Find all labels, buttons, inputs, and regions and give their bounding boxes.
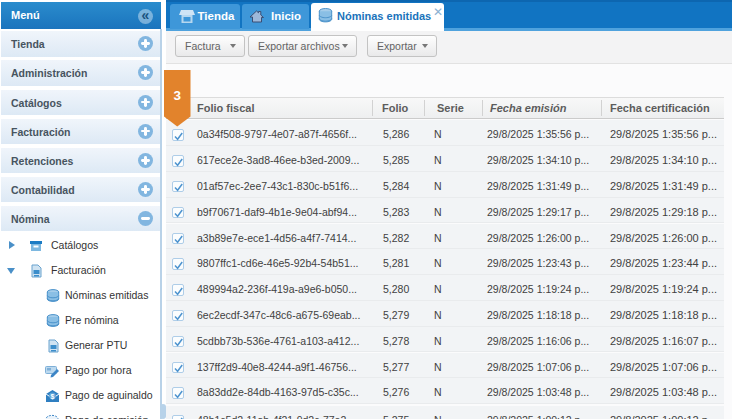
svg-text:$: $ <box>51 392 55 400</box>
